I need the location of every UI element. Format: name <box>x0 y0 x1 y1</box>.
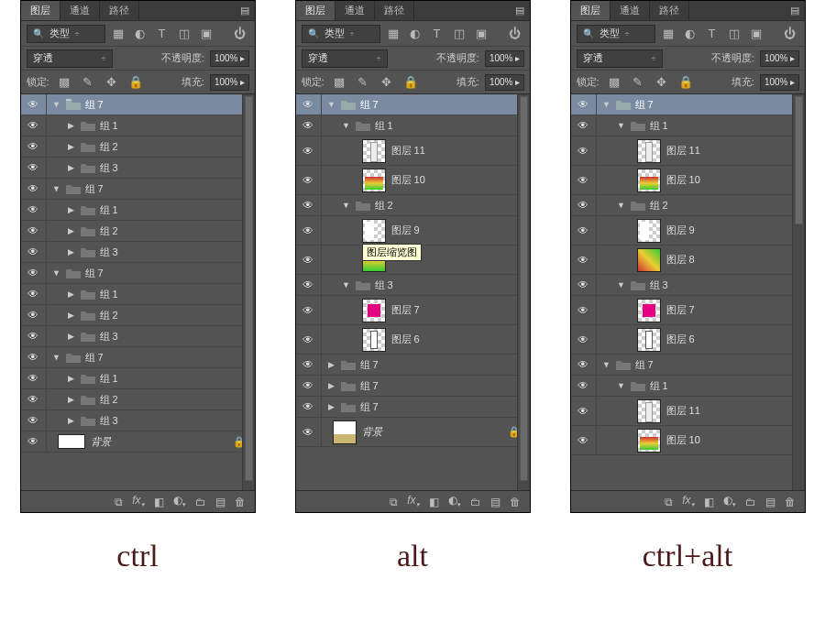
disclosure-triangle-icon[interactable]: ▼ <box>602 100 611 109</box>
disclosure-triangle-icon[interactable]: ▼ <box>617 121 626 130</box>
layer-name[interactable]: 组 3 <box>100 414 118 428</box>
new-group-icon[interactable]: 🗀 <box>470 496 481 508</box>
layer-name[interactable]: 组 3 <box>100 246 118 259</box>
visibility-eye-icon[interactable]: 👁 <box>21 158 47 178</box>
layer-row[interactable]: 👁 图层缩览图 <box>296 246 530 275</box>
disclosure-triangle-icon[interactable]: ▼ <box>342 280 351 289</box>
layer-name[interactable]: 图层 10 <box>666 173 700 187</box>
visibility-eye-icon[interactable]: 👁 <box>571 136 597 165</box>
lock-pixels-icon[interactable]: ✎ <box>354 73 372 92</box>
filter-type-dropdown[interactable]: 🔍类型÷ <box>577 25 655 43</box>
layer-name[interactable]: 组 3 <box>100 161 118 175</box>
layer-row[interactable]: 👁图层 11 <box>296 136 530 166</box>
layer-name[interactable]: 组 3 <box>650 278 668 292</box>
tab-paths[interactable]: 路径 <box>375 1 414 20</box>
new-group-icon[interactable]: 🗀 <box>745 496 756 508</box>
disclosure-triangle-icon[interactable]: ▼ <box>342 201 351 210</box>
disclosure-triangle-icon[interactable]: ▼ <box>52 353 61 362</box>
layer-name[interactable]: 组 7 <box>635 98 654 112</box>
visibility-eye-icon[interactable]: 👁 <box>296 275 322 295</box>
visibility-eye-icon[interactable]: 👁 <box>571 325 597 354</box>
layer-group-row[interactable]: 👁▶组 1 <box>21 200 255 221</box>
tab-layers[interactable]: 图层 <box>21 1 60 20</box>
visibility-eye-icon[interactable]: 👁 <box>296 325 322 354</box>
layer-group-row[interactable]: 👁▶组 7 <box>296 376 530 397</box>
layer-name[interactable]: 图层 9 <box>666 224 695 237</box>
link-layers-icon[interactable]: ⧉ <box>390 496 398 508</box>
layer-group-row[interactable]: 👁▶组 7 <box>296 355 530 376</box>
visibility-eye-icon[interactable]: 👁 <box>21 115 47 136</box>
disclosure-triangle-icon[interactable]: ▼ <box>602 360 611 369</box>
lock-transparency-icon[interactable]: ▩ <box>55 73 73 92</box>
layer-group-row[interactable]: 👁▶组 1 <box>21 115 255 136</box>
filter-smart-icon[interactable]: ▣ <box>747 25 765 43</box>
disclosure-triangle-icon[interactable]: ▼ <box>52 268 61 278</box>
disclosure-triangle-icon[interactable]: ▶ <box>327 360 336 369</box>
tab-channels[interactable]: 通道 <box>60 1 100 20</box>
layer-name[interactable]: 组 7 <box>85 98 104 112</box>
layer-name[interactable]: 图层 7 <box>391 303 420 317</box>
visibility-eye-icon[interactable]: 👁 <box>571 115 597 136</box>
layer-name[interactable]: 图层 11 <box>391 144 425 158</box>
layer-name[interactable]: 组 2 <box>375 199 393 213</box>
visibility-eye-icon[interactable]: 👁 <box>571 216 597 245</box>
visibility-eye-icon[interactable]: 👁 <box>21 94 47 115</box>
layer-group-row[interactable]: 👁▶组 1 <box>21 284 255 305</box>
layer-thumbnail[interactable] <box>637 169 661 192</box>
visibility-eye-icon[interactable]: 👁 <box>571 426 597 454</box>
disclosure-triangle-icon[interactable]: ▼ <box>52 184 61 193</box>
disclosure-triangle-icon[interactable]: ▼ <box>52 100 61 109</box>
panel-menu-icon[interactable]: ▤ <box>235 1 255 20</box>
scrollbar[interactable] <box>517 94 530 490</box>
visibility-eye-icon[interactable]: 👁 <box>21 284 47 304</box>
filter-shape-icon[interactable]: ◫ <box>450 25 468 43</box>
panel-menu-icon[interactable]: ▤ <box>785 1 805 20</box>
layer-group-row[interactable]: 👁▶组 2 <box>21 305 255 326</box>
layer-group-row[interactable]: 👁▶组 3 <box>21 242 255 263</box>
layer-name[interactable]: 组 1 <box>650 379 668 393</box>
filter-type-icon[interactable]: T <box>153 25 171 43</box>
adjustment-layer-icon[interactable]: ◐▾ <box>448 494 461 508</box>
layer-group-row[interactable]: 👁▶组 2 <box>21 136 255 158</box>
link-layers-icon[interactable]: ⧉ <box>115 496 123 508</box>
filter-smart-icon[interactable]: ▣ <box>197 25 215 43</box>
filter-toggle-icon[interactable]: ⏻ <box>231 25 249 43</box>
filter-adjust-icon[interactable]: ◐ <box>406 25 424 43</box>
tab-paths[interactable]: 路径 <box>650 1 689 20</box>
tab-layers[interactable]: 图层 <box>571 1 610 20</box>
tab-paths[interactable]: 路径 <box>100 1 139 20</box>
visibility-eye-icon[interactable]: 👁 <box>21 136 47 157</box>
layer-row[interactable]: 👁图层 11 <box>571 397 805 426</box>
layer-name[interactable]: 组 7 <box>85 182 104 196</box>
layer-thumbnail[interactable] <box>333 420 357 444</box>
layer-name[interactable]: 组 7 <box>360 400 379 414</box>
opacity-input[interactable]: 100%▸ <box>210 50 249 67</box>
filter-adjust-icon[interactable]: ◐ <box>681 25 699 43</box>
layer-group-row[interactable]: 👁▼组 7 <box>21 347 255 368</box>
layer-name[interactable]: 图层 11 <box>666 404 700 418</box>
visibility-eye-icon[interactable]: 👁 <box>21 221 47 241</box>
link-layers-icon[interactable]: ⧉ <box>665 496 673 508</box>
disclosure-triangle-icon[interactable]: ▶ <box>327 402 336 411</box>
layer-thumbnail[interactable] <box>637 248 661 272</box>
visibility-eye-icon[interactable]: 👁 <box>21 242 47 262</box>
layer-group-row[interactable]: 👁▶组 1 <box>21 368 255 389</box>
tab-layers[interactable]: 图层 <box>296 1 336 20</box>
visibility-eye-icon[interactable]: 👁 <box>571 397 597 425</box>
layer-row[interactable]: 👁图层 7 <box>296 296 530 325</box>
layer-name[interactable]: 组 1 <box>100 288 118 301</box>
adjustment-layer-icon[interactable]: ◐▾ <box>723 494 736 508</box>
layer-thumbnail[interactable] <box>362 139 386 163</box>
visibility-eye-icon[interactable]: 👁 <box>296 246 322 274</box>
layer-group-row[interactable]: 👁▼组 1 <box>571 376 805 397</box>
tab-channels[interactable]: 通道 <box>336 1 375 20</box>
layer-row-background[interactable]: 👁 背景 🔒 <box>21 431 255 453</box>
fill-input[interactable]: 100%▸ <box>485 74 524 91</box>
lock-position-icon[interactable]: ✥ <box>378 73 396 92</box>
lock-all-icon[interactable]: 🔒 <box>402 73 420 92</box>
layer-row[interactable]: 👁图层 10 <box>571 426 805 455</box>
layer-name[interactable]: 组 2 <box>100 224 118 238</box>
filter-shape-icon[interactable]: ◫ <box>725 25 743 43</box>
filter-smart-icon[interactable]: ▣ <box>472 25 490 43</box>
layer-group-row[interactable]: 👁▼组 7 <box>571 355 805 376</box>
